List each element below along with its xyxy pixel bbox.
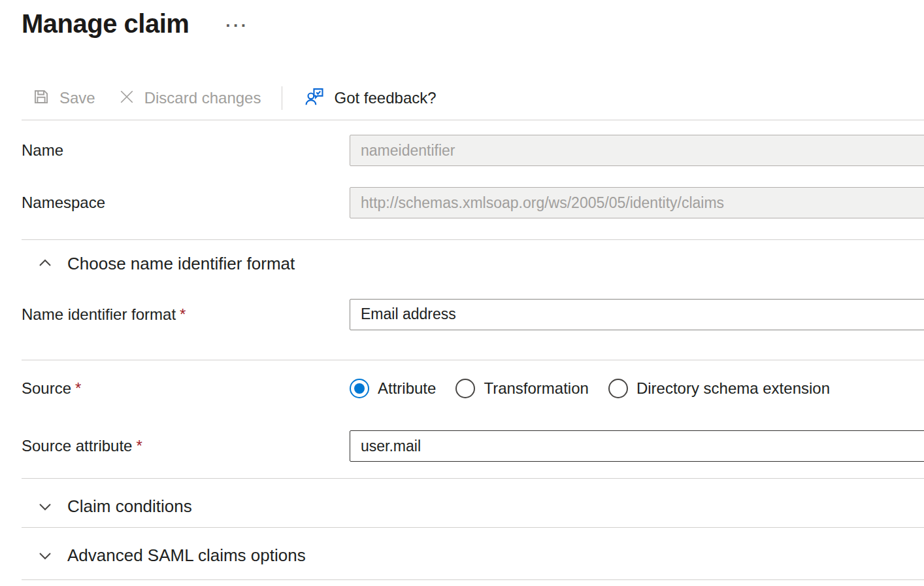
chevron-up-icon [37, 256, 53, 271]
name-input [350, 135, 924, 166]
divider [22, 478, 924, 479]
section-choose-name-identifier-format[interactable]: Choose name identifier format [0, 253, 924, 274]
page-title: Manage claim [22, 9, 189, 39]
divider [22, 579, 924, 580]
name-identifier-format-row: Name identifier format* Email address [0, 299, 924, 330]
feedback-person-icon [303, 86, 325, 111]
chevron-down-icon [37, 498, 53, 514]
more-options-icon[interactable]: ··· [225, 17, 248, 34]
divider [22, 360, 924, 360]
radio-unselected-icon [608, 379, 628, 398]
source-radio-group: Attribute Transformation Directory schem… [350, 379, 924, 398]
toolbar-separator [282, 86, 282, 110]
required-asterisk: * [75, 379, 81, 397]
source-row: Source* Attribute Transformation Directo… [0, 379, 924, 398]
source-attribute-row: Source attribute* [0, 430, 924, 462]
radio-transformation[interactable]: Transformation [455, 379, 589, 398]
radio-directory-schema-extension[interactable]: Directory schema extension [608, 379, 830, 398]
close-icon [118, 88, 136, 109]
radio-selected-icon [350, 379, 369, 398]
discard-changes-label: Discard changes [144, 89, 261, 107]
section-title: Choose name identifier format [67, 254, 295, 274]
name-identifier-format-label: Name identifier format* [22, 305, 350, 324]
section-title: Advanced SAML claims options [67, 545, 306, 566]
name-identifier-format-value: Email address [361, 305, 456, 323]
name-field-row: Name [0, 134, 924, 167]
save-icon [31, 87, 51, 109]
namespace-input [350, 187, 924, 218]
divider [22, 239, 924, 240]
command-bar: Save Discard changes Got feedback? [0, 84, 924, 112]
section-advanced-saml-claims-options[interactable]: Advanced SAML claims options [0, 545, 924, 566]
required-asterisk: * [136, 437, 142, 455]
discard-changes-button[interactable]: Discard changes [118, 88, 261, 109]
name-field-label: Name [22, 141, 350, 160]
radio-unselected-icon [455, 379, 475, 398]
divider [22, 120, 924, 120]
namespace-field-row: Namespace [0, 187, 924, 218]
chevron-down-icon [37, 547, 53, 563]
section-title: Claim conditions [67, 496, 192, 517]
got-feedback-button[interactable]: Got feedback? [303, 86, 436, 111]
name-identifier-format-dropdown[interactable]: Email address [350, 299, 924, 330]
source-attribute-input[interactable] [350, 430, 924, 462]
source-label: Source* [22, 379, 350, 398]
section-claim-conditions[interactable]: Claim conditions [0, 496, 924, 517]
save-button-label: Save [59, 89, 95, 107]
required-asterisk: * [180, 305, 186, 323]
save-button[interactable]: Save [31, 87, 95, 109]
source-attribute-label: Source attribute* [22, 437, 350, 455]
divider [22, 527, 924, 528]
page-header: Manage claim ··· [22, 5, 924, 42]
got-feedback-label: Got feedback? [334, 89, 436, 107]
namespace-field-label: Namespace [22, 194, 350, 212]
radio-attribute[interactable]: Attribute [350, 379, 436, 398]
